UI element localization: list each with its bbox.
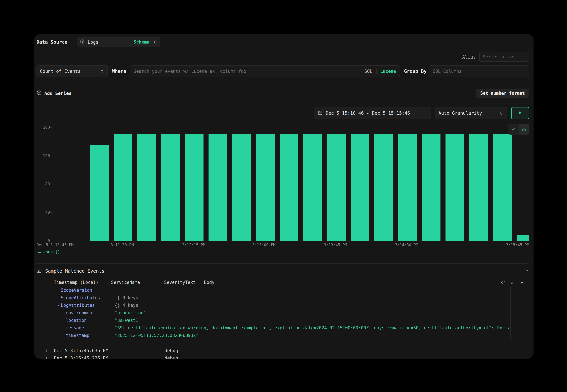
x-tick-label: 3:12:15 PM — [182, 243, 205, 247]
detail-row[interactable]: timestamp"2025-12-05T13:57:23.082306893Z… — [56, 332, 510, 339]
code-view-icon[interactable] — [501, 280, 506, 285]
column-header-label: Timestamp (Local) — [54, 280, 98, 285]
y-tick-label: 0 — [35, 238, 50, 243]
calendar-icon — [318, 110, 323, 116]
event-row[interactable]: ❯Dec 5 3:15:45.235 PMdebug — [37, 354, 529, 359]
group-by-input[interactable] — [429, 65, 529, 77]
alias-input[interactable] — [479, 52, 529, 62]
detail-row[interactable]: ▾LogAttributes{} 4 keys — [56, 301, 510, 309]
column-header-severitytext[interactable]: ⠿SeverityText — [159, 279, 196, 286]
set-number-format-button[interactable]: Set number format — [476, 89, 529, 98]
detail-row[interactable]: message"SSL certificate expiration warni… — [56, 324, 510, 332]
bars — [52, 127, 529, 241]
detail-row[interactable]: location"us-west1" — [56, 317, 510, 324]
chart-bar — [445, 134, 464, 241]
drag-handle-icon[interactable]: ⠿ — [106, 280, 109, 284]
chart-bar — [398, 134, 417, 241]
chart-bar — [517, 235, 529, 241]
event-severity: debug — [165, 355, 178, 359]
column-header-label: Body — [204, 280, 215, 285]
chart-bar — [185, 134, 204, 241]
query-row: Count of Events Where SQL | Lucene Group… — [37, 65, 529, 77]
x-tick-label: 3:14:30 PM — [395, 243, 418, 247]
events-table-header: Timestamp (Local)⠿ServiceName⠿SeverityTe… — [37, 279, 529, 286]
x-tick-label: 3:13:00 PM — [252, 243, 276, 247]
chart-bar — [351, 134, 370, 241]
select-chevrons-icon — [153, 40, 158, 44]
play-icon — [518, 110, 523, 116]
chart-bar — [256, 134, 275, 241]
granularity-select[interactable]: Auto Granularity — [435, 107, 507, 119]
x-tick-label: 3:11:30 PM — [111, 243, 134, 247]
chart-bar — [232, 134, 251, 241]
expand-row-icon[interactable]: ❯ — [45, 348, 48, 352]
y-tick-label: 80 — [35, 182, 50, 186]
events-section-header: Sample Matched Events — [37, 268, 529, 274]
detail-value: {} 4 keys — [115, 303, 509, 308]
download-icon[interactable] — [519, 280, 525, 285]
braces-icon: {} — [115, 303, 120, 308]
detail-row[interactable]: environment"production" — [56, 309, 510, 317]
detail-row[interactable]: ScopeAttributes{} 0 keys — [56, 294, 510, 301]
chart-controls-row: Dec 5 15:10:46 - Dec 5 15:15:46 Auto Gra… — [37, 107, 529, 119]
collapse-section-icon[interactable] — [524, 268, 529, 274]
event-row[interactable]: ❯Dec 5 3:15:45.635 PMdebug — [37, 347, 529, 354]
add-series-label: Add Series — [44, 91, 72, 96]
plus-circle-icon — [37, 90, 42, 97]
detail-key: ScopeAttributes — [61, 295, 100, 300]
chart-bar — [327, 134, 346, 241]
granularity-value: Auto Granularity — [439, 111, 482, 116]
data-source-row: Data Source Logs Schema — [37, 37, 529, 47]
expand-row-icon[interactable]: ❯ — [45, 356, 48, 359]
chart-bar — [208, 134, 227, 241]
y-tick-label: 40 — [35, 210, 50, 215]
detail-key: LogAttributes — [61, 303, 95, 308]
list-icon — [37, 268, 42, 274]
bar-chart-icon[interactable] — [519, 124, 529, 135]
wrap-lines-icon[interactable] — [510, 280, 515, 285]
select-chevrons-icon — [499, 111, 504, 115]
where-label: Where — [112, 69, 126, 74]
expanded-triangle-icon[interactable]: ▾ — [57, 303, 60, 307]
legend-swatch: — — [38, 250, 41, 255]
row-divider — [51, 347, 51, 354]
key-count: 4 keys — [120, 303, 138, 308]
detail-row[interactable]: ScopeVersion — [56, 286, 510, 294]
aggregate-select[interactable]: Count of Events — [37, 65, 108, 77]
event-rows: ❯Dec 5 3:15:45.635 PMdebug❯Dec 5 3:15:45… — [37, 347, 529, 359]
section-divider — [37, 263, 529, 264]
chart-plot: 16012080400 — [52, 127, 529, 241]
run-query-button[interactable] — [511, 107, 529, 119]
y-tick-label: 120 — [35, 154, 50, 158]
key-count: 0 keys — [120, 295, 138, 300]
database-icon — [80, 39, 85, 45]
x-tick-label: Dec 5 3:10:45 PM — [37, 243, 74, 247]
column-header-body[interactable]: ⠿Body — [199, 279, 214, 286]
add-series-button[interactable]: Add Series — [37, 90, 72, 97]
aggregate-value: Count of Events — [40, 69, 81, 74]
column-header-timestamp-local-[interactable]: Timestamp (Local) — [54, 279, 98, 286]
series-actions-row: Add Series Set number format — [37, 89, 529, 97]
schema-link[interactable]: Schema — [134, 40, 150, 44]
time-range-picker[interactable]: Dec 5 15:10:46 - Dec 5 15:15:46 — [314, 107, 431, 119]
x-axis: Dec 5 3:10:45 PM3:11:30 PM3:12:15 PM3:13… — [52, 241, 529, 249]
chart-bar — [138, 134, 156, 241]
row-divider — [51, 355, 51, 359]
lucene-toggle[interactable]: Lucene — [380, 69, 396, 74]
alias-label: Alias — [462, 54, 476, 60]
sql-toggle[interactable]: SQL — [364, 69, 372, 74]
search-input[interactable] — [130, 65, 400, 77]
chart-bar — [469, 134, 488, 241]
query-language-toggle: SQL | Lucene — [364, 69, 396, 74]
column-header-servicename[interactable]: ⠿ServiceName — [106, 279, 140, 286]
detail-value: {} 0 keys — [115, 295, 509, 300]
data-source-select[interactable]: Logs Schema — [77, 37, 160, 47]
alias-row: Alias — [37, 52, 529, 62]
event-detail-panel: ScopeVersionScopeAttributes{} 0 keys▾Log… — [56, 286, 511, 339]
detail-key: environment — [66, 310, 95, 315]
detail-key: timestamp — [66, 333, 89, 338]
line-chart-icon[interactable] — [508, 124, 519, 135]
drag-handle-icon[interactable]: ⠿ — [159, 280, 162, 284]
drag-handle-icon[interactable]: ⠿ — [199, 280, 202, 284]
chart: 16012080400 Dec 5 3:10:45 PM3:11:30 PM3:… — [37, 127, 529, 255]
